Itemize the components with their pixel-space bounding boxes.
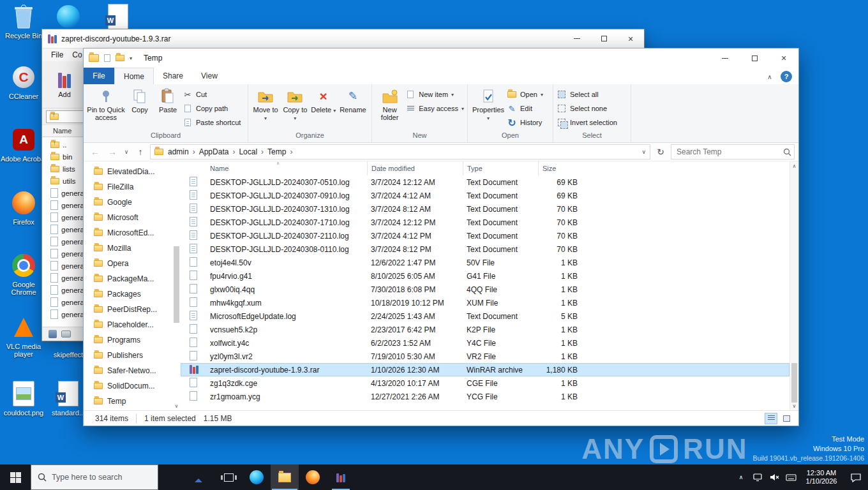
open-button[interactable]: Open ▾ <box>507 88 543 101</box>
tree-item[interactable]: PeerDistRep... <box>84 302 181 317</box>
tree-item[interactable]: FileZilla <box>84 179 181 195</box>
tray-show-hidden-icons[interactable]: ∧ <box>733 464 749 490</box>
scrollbar-thumb[interactable] <box>791 363 797 403</box>
winrar-close-button[interactable]: × <box>617 29 644 48</box>
tree-item[interactable]: SolidDocum... <box>84 378 181 394</box>
column-header-date-modified[interactable]: Date modified <box>367 161 463 175</box>
file-row[interactable]: DESKTOP-JGLLJLD-20240307-0910.log3/7/202… <box>181 189 789 202</box>
refresh-button[interactable]: ↻ <box>652 144 669 160</box>
file-row[interactable]: xolfwcit.y4c6/2/2023 1:52 AMY4C File1 KB <box>181 336 789 350</box>
scrollbar-thumb[interactable] <box>174 246 179 323</box>
tree-item[interactable]: Packages <box>84 286 181 302</box>
qat-new-folder-button[interactable] <box>116 55 124 61</box>
winrar-maximize-button[interactable] <box>590 29 617 48</box>
history-button[interactable]: ↻History <box>507 116 543 129</box>
breadcrumb-item[interactable]: Local <box>237 147 258 156</box>
taskbar-pinned-figure-blue[interactable] <box>186 464 214 490</box>
file-row[interactable]: fpu4rvio.g418/10/2025 6:05 AMG41 File1 K… <box>181 269 789 283</box>
breadcrumb-item[interactable]: AppData <box>198 147 230 156</box>
file-row[interactable]: DESKTOP-JGLLJLD-20240307-0510.log3/7/202… <box>181 175 789 189</box>
tree-item[interactable]: Programs <box>84 332 181 348</box>
file-row[interactable]: zapret-discord-youtube-1.9.3.rar1/10/202… <box>181 363 789 376</box>
tab-share[interactable]: Share <box>154 68 192 84</box>
column-header-type[interactable]: Type <box>463 161 538 175</box>
tree-item[interactable]: Placeholder... <box>84 317 181 332</box>
file-row[interactable]: zr1gmoam.ycg12/27/2021 2:26 AMYCG File1 … <box>181 390 789 403</box>
explorer-close-button[interactable]: × <box>769 48 798 68</box>
tree-item[interactable]: Publishers <box>84 348 181 363</box>
taskbar-explorer-button[interactable] <box>271 464 299 490</box>
select-all-button[interactable]: Select all <box>557 88 617 101</box>
details-view-button[interactable] <box>765 413 777 424</box>
task-view-button[interactable] <box>214 464 243 490</box>
address-dropdown-caret-icon[interactable]: ∨ <box>641 149 646 155</box>
tree-item[interactable]: MicrosoftEd... <box>84 225 181 241</box>
pin-to-quick-access-button[interactable]: Pin to Quick access <box>87 86 125 131</box>
paste-button[interactable]: Paste <box>154 86 181 131</box>
tray-keyboard-button[interactable] <box>782 464 799 490</box>
scroll-down-icon[interactable]: ∨ <box>790 401 798 410</box>
qat-properties-button[interactable] <box>104 54 110 62</box>
tree-item[interactable]: Mozilla <box>84 241 181 256</box>
breadcrumb-item[interactable]: admin <box>167 147 190 156</box>
file-row[interactable]: etoj4e4l.50v12/6/2022 1:47 PM50V File1 K… <box>181 256 789 269</box>
explorer-maximize-button[interactable] <box>740 48 769 68</box>
cut-button[interactable]: ✂Cut <box>183 88 241 101</box>
edit-button[interactable]: ✎Edit <box>507 102 543 115</box>
action-center-button[interactable] <box>844 464 868 490</box>
taskbar-search-input[interactable] <box>52 473 151 482</box>
desktop-icon-word-document[interactable] <box>94 3 142 30</box>
invert-selection-button[interactable]: Invert selection <box>557 116 617 129</box>
scroll-up-icon[interactable]: ∧ <box>790 161 798 170</box>
move-to-button[interactable]: Move to ▾ <box>251 86 280 131</box>
large-icons-view-button[interactable] <box>781 413 792 424</box>
winrar-menu-file[interactable]: File <box>47 50 67 59</box>
winrar-add-button[interactable]: Add <box>46 71 83 98</box>
tab-file[interactable]: File <box>84 68 114 84</box>
easy-access-button[interactable]: Easy access ▾ <box>405 102 464 115</box>
file-row[interactable]: mhw4kgqf.xum10/18/2019 10:12 PMXUM File1… <box>181 296 789 309</box>
desktop-icon-edge[interactable] <box>45 3 92 30</box>
column-header-size[interactable]: Size <box>538 161 584 175</box>
file-row[interactable]: MicrosoftEdgeUpdate.log2/24/2025 1:43 AM… <box>181 309 789 323</box>
breadcrumb[interactable]: admin›AppData›Local›Temp› ∨ <box>150 144 650 160</box>
tree-item[interactable]: Opera <box>84 256 181 271</box>
desktop-icon-google-chrome[interactable]: Google Chrome <box>0 252 47 296</box>
taskbar-clock[interactable]: 12:30 AM 1/10/2026 <box>799 464 844 490</box>
file-row[interactable]: vcnsueh5.k2p2/23/2017 6:42 PMK2P File1 K… <box>181 323 789 336</box>
file-row[interactable]: glxw00iq.4qq7/30/2018 6:08 PM4QQ File1 K… <box>181 283 789 296</box>
desktop-icon-firefox[interactable]: Firefox <box>0 189 47 226</box>
paste-shortcut-button[interactable]: Paste shortcut <box>183 116 241 129</box>
winrar-minimize-button[interactable] <box>564 29 590 48</box>
taskbar-search[interactable] <box>31 464 158 490</box>
column-header-name[interactable]: Name∧ <box>206 161 367 175</box>
up-button[interactable]: ↑ <box>133 144 148 160</box>
help-icon[interactable]: ? <box>781 71 792 82</box>
scroll-down-icon[interactable]: ∨ <box>172 401 181 410</box>
tab-home[interactable]: Home <box>114 68 154 84</box>
tree-item[interactable]: Temp <box>84 394 181 409</box>
back-button[interactable]: ← <box>87 144 103 160</box>
tree-item[interactable]: ElevatedDia... <box>84 164 181 179</box>
taskbar-firefox-button[interactable] <box>299 464 327 490</box>
new-item-button[interactable]: New item ▾ <box>405 88 464 101</box>
tree-scrollbar[interactable]: ∨ <box>172 161 181 410</box>
desktop-icon-recycle-bin[interactable]: Recycle Bin <box>0 3 47 40</box>
tab-view[interactable]: View <box>192 68 227 84</box>
file-row[interactable]: DESKTOP-JGLLJLD-20240308-0110.log3/7/202… <box>181 242 789 256</box>
start-button[interactable] <box>0 464 31 490</box>
forward-button[interactable]: → <box>105 144 120 160</box>
tree-item[interactable]: Safer-Netwo... <box>84 363 181 378</box>
tray-network-button[interactable] <box>749 464 766 490</box>
delete-button[interactable]: × Delete ▾ <box>311 86 336 131</box>
copy-to-button[interactable]: Copy to ▾ <box>281 86 309 131</box>
file-row[interactable]: DESKTOP-JGLLJLD-20240307-1710.log3/7/202… <box>181 216 789 229</box>
desktop-icon-adobe-acrobat[interactable]: A Adobe Acrobat <box>0 126 47 163</box>
desktop-icon-vlc[interactable]: VLC media player <box>0 314 47 358</box>
taskbar-winrar-button[interactable] <box>327 464 355 490</box>
search-input[interactable] <box>674 147 783 156</box>
copy-button[interactable]: Copy <box>126 86 153 131</box>
desktop-icon-couldoct-png[interactable]: couldoct.png <box>0 380 47 417</box>
file-row[interactable]: DESKTOP-JGLLJLD-20240307-2110.log3/7/202… <box>181 229 789 242</box>
rename-button[interactable]: ✎ Rename <box>338 86 368 131</box>
